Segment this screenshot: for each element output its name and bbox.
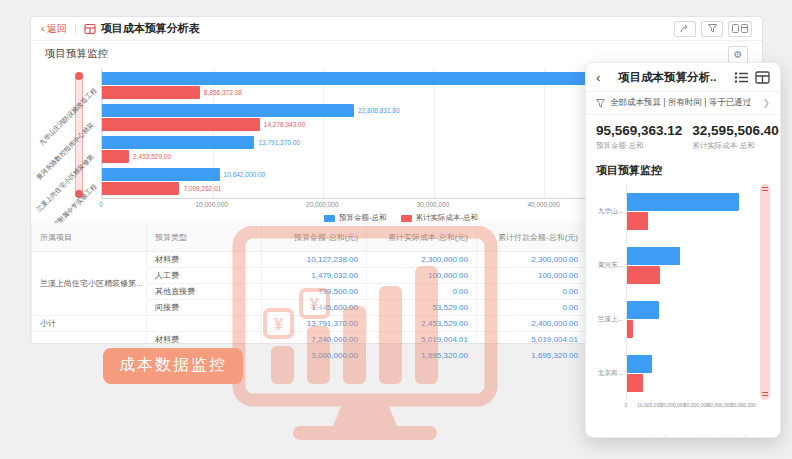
bar-value-label: 13,791,370.00 (258, 139, 300, 146)
budget-cell: 3,000,000.00 (262, 348, 367, 364)
axis-tick-label: 30,000,000 (684, 402, 709, 408)
bar-budget[interactable] (627, 247, 680, 265)
legend-item-actual[interactable]: 累计实际成本-总和 (401, 213, 479, 223)
project-cell: 兰溪上尚住宅小区精装修第... (32, 252, 147, 316)
bar-actual[interactable] (627, 374, 643, 392)
bar-budget[interactable] (627, 355, 652, 373)
share-button[interactable] (674, 21, 696, 37)
metric-label: 累计实际成本·总和 (692, 141, 778, 151)
type-cell: 间接费 (147, 300, 262, 316)
legend-item-actual[interactable]: 累计实际成本总和 (681, 436, 751, 438)
back-label: 返回 (47, 22, 67, 36)
bar-budget[interactable] (102, 136, 254, 149)
type-cell: 其他直接费 (147, 284, 262, 300)
col-header-budget: 预算金额-总和(元) (262, 223, 367, 252)
paid-cell: 2,400,000.00 (477, 316, 587, 332)
type-cell (147, 316, 262, 332)
category-label: 黄河东路数控指挥中心精装.. (35, 118, 99, 182)
bar-group: 九华山... (627, 184, 748, 238)
bar-value-label: 2,453,529.00 (133, 153, 171, 160)
back-chevron-icon: ‹ (41, 23, 45, 34)
bar-group: 北京两... (627, 346, 748, 400)
actual-cell: 2,300,000.00 (367, 252, 477, 268)
bar-budget[interactable] (102, 72, 636, 85)
export-button[interactable] (728, 21, 752, 37)
mobile-back-button[interactable]: ‹ (596, 70, 600, 85)
bar-budget[interactable] (627, 301, 659, 319)
bar-group: 黄河东... (627, 238, 748, 292)
paid-cell: 2,300,000.00 (477, 252, 587, 268)
bar-actual[interactable] (102, 150, 129, 163)
paid-cell: 0.00 (477, 284, 587, 300)
actual-cell: 100,000.00 (367, 268, 477, 284)
bar-actual[interactable] (102, 118, 260, 131)
mobile-bar-chart: 九华山...黄河东...兰溪上...北京两... (626, 184, 748, 400)
bar-row (627, 355, 748, 373)
chart-section-title: 项目预算监控 (45, 47, 108, 61)
col-header-actual: 累计实际成本-总和(元) (367, 223, 477, 252)
bar-actual[interactable] (627, 266, 660, 284)
metric-value: 32,595,506.40 (692, 123, 778, 138)
mobile-x-axis: 010,000,00020,000,00030,000,00040,000,00… (626, 402, 748, 410)
type-cell: 材料费 (147, 332, 262, 348)
bar-row (627, 301, 748, 319)
actual-cell: 5,019,004.01 (367, 332, 477, 348)
back-button[interactable]: ‹ 返回 (41, 22, 67, 36)
list-view-icon[interactable] (734, 71, 749, 84)
bar-actual[interactable] (102, 86, 200, 99)
bar-group: 兰溪上... (627, 292, 748, 346)
category-label: 兰溪上... (598, 315, 623, 324)
paid-cell: 1,695,320.00 (477, 348, 587, 364)
legend-item-budget[interactable]: 预算金额-总和 (324, 213, 387, 223)
type-cell: 人工费 (147, 268, 262, 284)
mobile-metrics: 95,569,363.12 预算金额·总和 32,595,506.40 累计实际… (586, 115, 780, 157)
category-label: 兰溪上尚住宅小区精装修第.. (35, 150, 99, 214)
mobile-filter-bar[interactable]: 全部成本预算 | 所有时间 | 等于已通过 ❯ (586, 91, 780, 115)
type-cell: 材料费 (147, 252, 262, 268)
bar-actual[interactable] (627, 212, 648, 230)
screen: ‹ 返回 项目成本预算分析表 (0, 0, 792, 459)
bar-actual[interactable] (102, 182, 179, 195)
bar-row (627, 193, 748, 211)
toolbar (674, 21, 752, 37)
mobile-page-title: 项目成本预算分析.. (606, 70, 728, 85)
mobile-zoom-slider[interactable] (760, 184, 770, 400)
budget-cell: 1,479,032.00 (262, 268, 367, 284)
budget-cell: 10,127,238.00 (262, 252, 367, 268)
paid-cell: 5,019,004.01 (477, 332, 587, 348)
filter-button[interactable] (701, 21, 723, 37)
col-header-type: 预算类型 (147, 223, 262, 252)
axis-tick-label: 50,000,000 (731, 402, 756, 408)
col-header-project: 所属项目 (32, 223, 147, 252)
axis-tick-label: 0 (625, 402, 628, 408)
axis-tick-label: 10,000,000 (195, 201, 228, 208)
category-label: 黄河东... (598, 261, 623, 270)
bar-row (627, 320, 748, 338)
budget-cell: 7,240,000.00 (262, 332, 367, 348)
bar-row (627, 247, 748, 265)
col-header-paid: 累计付款金额-总和(元) (477, 223, 587, 252)
filter-icon (596, 99, 605, 108)
axis-tick-label: 40,000,000 (527, 201, 560, 208)
legend-item-budget[interactable]: 预算金额总和 (616, 436, 671, 438)
bar-budget[interactable] (102, 104, 354, 117)
bar-actual[interactable] (627, 320, 633, 338)
bar-budget[interactable] (627, 193, 739, 211)
category-label: 九华山庄消防设施改造工程 (38, 86, 100, 148)
category-label: 北京两... (598, 369, 623, 378)
actual-cell: 1,695,320.00 (367, 348, 477, 364)
legend-swatch-blue (324, 215, 335, 222)
mobile-legend: 预算金额总和 累计实际成本总和 (586, 436, 780, 438)
cost-monitor-badge: 成本数据监控 (103, 348, 243, 384)
bar-value-label: 8,856,372.38 (204, 89, 242, 96)
titlebar: ‹ 返回 项目成本预算分析表 (31, 17, 762, 41)
settings-button[interactable]: ⚙ (728, 46, 748, 63)
mobile-chart-zone: 九华山...黄河东...兰溪上...北京两... 010,000,00020,0… (596, 184, 770, 422)
bar-budget[interactable] (102, 168, 220, 181)
table-view-icon[interactable] (755, 71, 770, 84)
mobile-preview-panel: ‹ 项目成本预算分析.. 全部成本预算 | 所有时间 | 等于已通过 ❯ 95, (585, 62, 781, 438)
mobile-header: ‹ 项目成本预算分析.. (586, 63, 780, 91)
chevron-right-icon: ❯ (762, 98, 770, 108)
metric-label: 预算金额·总和 (596, 141, 682, 151)
paid-cell: 0.00 (477, 300, 587, 316)
